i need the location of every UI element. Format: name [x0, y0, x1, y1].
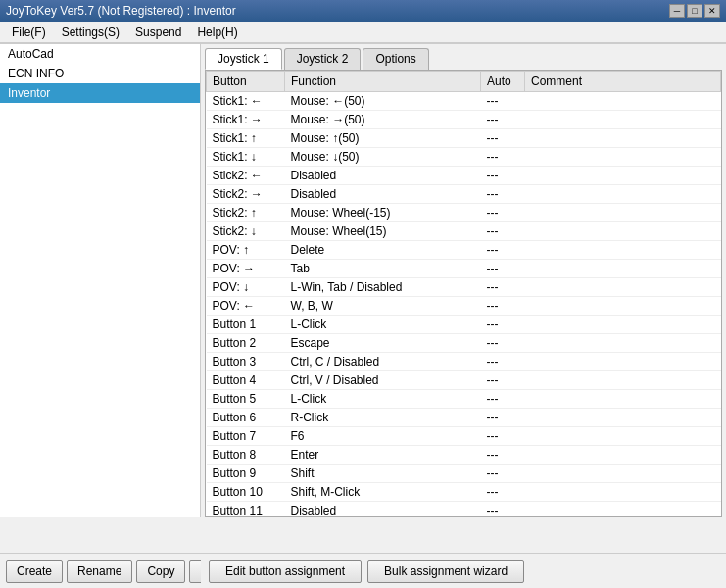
cell-comment [525, 148, 721, 167]
bottom-bar-right: Edit button assignment Bulk assignment w… [201, 553, 726, 588]
cell-button: Button 4 [207, 371, 285, 390]
table-row[interactable]: Button 10 Shift, M-Click --- [207, 483, 721, 502]
tab-content: Button Function Auto Comment Stick1: ← M… [205, 70, 722, 517]
table-row[interactable]: Stick1: ← Mouse: ←(50) --- [207, 92, 721, 111]
table-container[interactable]: Button Function Auto Comment Stick1: ← M… [206, 71, 721, 516]
cell-function: F6 [285, 427, 481, 446]
menu-suspend[interactable]: Suspend [127, 24, 189, 41]
cell-function: Escape [285, 334, 481, 353]
cell-comment [525, 185, 721, 204]
cell-button: Button 2 [207, 334, 285, 353]
col-header-function: Function [285, 72, 481, 92]
table-row[interactable]: POV: ↓ L-Win, Tab / Disabled --- [207, 278, 721, 297]
cell-button: Stick2: ↓ [207, 222, 285, 241]
table-row[interactable]: Button 8 Enter --- [207, 446, 721, 465]
cell-comment [525, 334, 721, 353]
title-bar: JoyToKey Ver5.7 (Not Registered) : Inven… [0, 0, 726, 22]
table-row[interactable]: Stick2: → Disabled --- [207, 185, 721, 204]
table-row[interactable]: POV: → Tab --- [207, 260, 721, 278]
cell-button: POV: ← [207, 297, 285, 316]
cell-auto: --- [481, 129, 525, 148]
cell-function: L-Click [285, 316, 481, 334]
cell-comment [525, 316, 721, 334]
menu-help[interactable]: Help(H) [189, 24, 245, 41]
title-text: JoyToKey Ver5.7 (Not Registered) : Inven… [6, 4, 236, 18]
cell-function: Delete [285, 241, 481, 260]
cell-auto: --- [481, 409, 525, 427]
cell-auto: --- [481, 92, 525, 111]
content-area: Joystick 1 Joystick 2 Options Button Fun… [201, 43, 726, 517]
table-row[interactable]: Button 1 L-Click --- [207, 316, 721, 334]
cell-comment [525, 241, 721, 260]
table-row[interactable]: Stick1: → Mouse: →(50) --- [207, 111, 721, 129]
tab-joystick1[interactable]: Joystick 1 [205, 48, 282, 70]
close-button[interactable]: ✕ [704, 4, 720, 18]
minimize-button[interactable]: ─ [669, 4, 685, 18]
sidebar-item-inventor[interactable]: Inventor [0, 83, 200, 103]
cell-button: POV: → [207, 260, 285, 278]
main-layout: AutoCad ECN INFO Inventor Joystick 1 Joy… [0, 43, 726, 517]
cell-function: Ctrl, C / Disabled [285, 353, 481, 371]
table-row[interactable]: Button 6 R-Click --- [207, 409, 721, 427]
cell-function: Mouse: Wheel(15) [285, 222, 481, 241]
menu-settings[interactable]: Settings(S) [54, 24, 127, 41]
tab-bar: Joystick 1 Joystick 2 Options [201, 44, 726, 70]
table-row[interactable]: POV: ↑ Delete --- [207, 241, 721, 260]
menu-file[interactable]: File(F) [4, 24, 54, 41]
table-row[interactable]: Stick2: ↓ Mouse: Wheel(15) --- [207, 222, 721, 241]
table-row[interactable]: Button 5 L-Click --- [207, 390, 721, 409]
cell-function: L-Click [285, 390, 481, 409]
table-row[interactable]: POV: ← W, B, W --- [207, 297, 721, 316]
cell-function: Mouse: ↑(50) [285, 129, 481, 148]
col-header-auto: Auto [481, 72, 525, 92]
sidebar-item-autocad[interactable]: AutoCad [0, 44, 200, 64]
table-row[interactable]: Stick1: ↑ Mouse: ↑(50) --- [207, 129, 721, 148]
table-row[interactable]: Button 4 Ctrl, V / Disabled --- [207, 371, 721, 390]
copy-button[interactable]: Copy [136, 560, 185, 583]
cell-auto: --- [481, 278, 525, 297]
create-button[interactable]: Create [6, 560, 63, 583]
cell-auto: --- [481, 502, 525, 517]
cell-button: Button 1 [207, 316, 285, 334]
cell-function: Disabled [285, 502, 481, 517]
sidebar-item-ecn-info[interactable]: ECN INFO [0, 64, 200, 83]
cell-comment [525, 353, 721, 371]
bulk-assignment-wizard-button[interactable]: Bulk assignment wizard [367, 560, 524, 583]
cell-button: Stick1: ↑ [207, 129, 285, 148]
cell-button: POV: ↑ [207, 241, 285, 260]
cell-button: POV: ↓ [207, 278, 285, 297]
cell-auto: --- [481, 167, 525, 185]
cell-function: L-Win, Tab / Disabled [285, 278, 481, 297]
cell-comment [525, 111, 721, 129]
table-row[interactable]: Button 2 Escape --- [207, 334, 721, 353]
table-row[interactable]: Button 9 Shift --- [207, 465, 721, 483]
cell-function: Disabled [285, 185, 481, 204]
restore-button[interactable]: □ [687, 4, 702, 18]
cell-button: Button 8 [207, 446, 285, 465]
sidebar: AutoCad ECN INFO Inventor [0, 43, 201, 517]
rename-button[interactable]: Rename [67, 560, 132, 583]
edit-button-assignment-button[interactable]: Edit button assignment [209, 560, 362, 583]
cell-auto: --- [481, 111, 525, 129]
cell-function: W, B, W [285, 297, 481, 316]
cell-auto: --- [481, 353, 525, 371]
cell-function: Mouse: ←(50) [285, 92, 481, 111]
tab-options[interactable]: Options [363, 48, 428, 70]
tab-joystick2[interactable]: Joystick 2 [284, 48, 362, 70]
table-row[interactable]: Stick1: ↓ Mouse: ↓(50) --- [207, 148, 721, 167]
table-row[interactable]: Button 11 Disabled --- [207, 502, 721, 517]
cell-button: Stick1: ← [207, 92, 285, 111]
table-row[interactable]: Stick2: ← Disabled --- [207, 167, 721, 185]
table-row[interactable]: Button 7 F6 --- [207, 427, 721, 446]
cell-auto: --- [481, 222, 525, 241]
cell-function: Mouse: Wheel(-15) [285, 204, 481, 222]
cell-button: Button 10 [207, 483, 285, 502]
col-header-comment: Comment [525, 72, 721, 92]
cell-function: Shift, M-Click [285, 483, 481, 502]
cell-comment [525, 409, 721, 427]
cell-function: Mouse: ↓(50) [285, 148, 481, 167]
table-row[interactable]: Stick2: ↑ Mouse: Wheel(-15) --- [207, 204, 721, 222]
cell-auto: --- [481, 316, 525, 334]
table-row[interactable]: Button 3 Ctrl, C / Disabled --- [207, 353, 721, 371]
cell-comment [525, 167, 721, 185]
